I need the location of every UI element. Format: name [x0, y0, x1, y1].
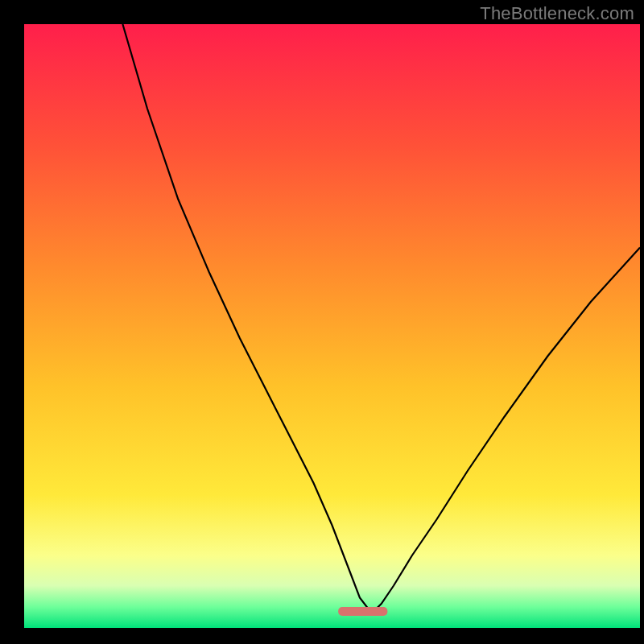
chart-svg — [0, 0, 644, 644]
zero-marker — [338, 607, 387, 616]
chart-container: TheBottleneck.com — [0, 0, 644, 644]
plot-background — [24, 24, 640, 628]
